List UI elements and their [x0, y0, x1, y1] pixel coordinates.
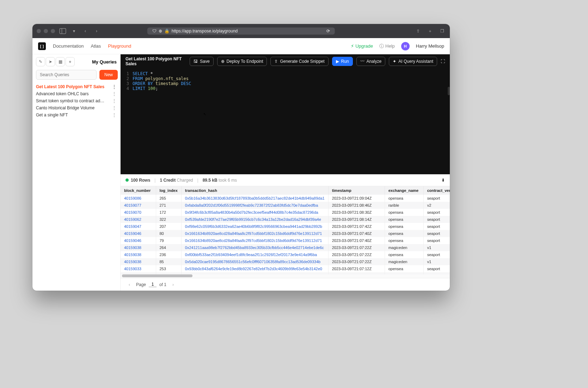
assistant-button[interactable]: ✦ AI Query Assistant [389, 57, 437, 66]
sidebar-tab-deploy[interactable]: ➤ [46, 57, 55, 66]
column-header[interactable]: timestamp [328, 186, 385, 195]
tabs-icon[interactable]: ❐ [439, 28, 446, 35]
more-icon[interactable]: ⋮ [110, 84, 118, 89]
table-row[interactable]: 40159046790x1661634b8920ae8cd28a84faa8c2… [121, 237, 450, 244]
cell-tx-hash[interactable]: 0xc6fe40296cf5d62daec809531be25bad36d5f5… [181, 272, 328, 274]
chevron-down-icon[interactable]: ▾ [71, 28, 78, 35]
cell-block-number[interactable]: 40159047 [121, 223, 156, 230]
sidebar-tab-compose[interactable]: ✎ [36, 57, 45, 66]
more-icon[interactable]: ⋮ [110, 91, 118, 96]
more-icon[interactable]: ⋮ [110, 105, 118, 110]
table-row[interactable]: 401590772710xfabda8a0f202d1f06d5519998f2… [121, 202, 450, 209]
sidebar-tab-grid[interactable]: ▦ [56, 57, 65, 66]
sidebar-item-query[interactable]: Advanced token OHLC bars⋮ [36, 90, 118, 97]
cell-tx-hash[interactable]: 0x5da020cae9195d8678656551c56efc0fff6071… [181, 258, 328, 265]
table-row[interactable]: 401590332530x93bb0c843af6264e9cfe19ed8b9… [121, 265, 450, 272]
pager-prev[interactable]: ‹ [125, 281, 133, 289]
cell-tx-hash[interactable]: 0xf98e62c059f6b3d6332ea62ae40b6b8f9f82c9… [181, 223, 328, 230]
nav-playground[interactable]: Playground [108, 43, 131, 49]
cell-block-number[interactable]: 40159033 [121, 265, 156, 272]
snippet-button[interactable]: ⇧ Generate Code Snippet [270, 57, 328, 66]
table-row[interactable]: 401590623220xf539afde2190f7e27ae29f65b99… [121, 216, 450, 223]
share-icon[interactable]: ⇪ [415, 28, 422, 35]
cell-block-number[interactable]: 40159062 [121, 216, 156, 223]
column-header[interactable]: contract_version [423, 186, 450, 195]
more-icon[interactable]: ⋮ [110, 98, 118, 103]
pager: ‹ Page of 1 › [121, 278, 450, 291]
pager-next[interactable]: › [169, 281, 177, 289]
sidebar-item-query[interactable]: Get Latest 100 Polygon NFT Sales⋮ [36, 83, 118, 90]
cell-tx-hash[interactable]: 0xf539afde2190f7e27ae29f65b99156cb7c6c34… [181, 216, 328, 223]
column-header[interactable]: transaction_hash [181, 186, 328, 195]
nav-atlas[interactable]: Atlas [91, 43, 101, 49]
table-row[interactable]: 40159038850x5da020cae9195d8678656551c56e… [121, 258, 450, 265]
column-header[interactable]: log_index [156, 186, 181, 195]
nav-documentation[interactable]: Documentation [53, 43, 84, 49]
back-icon[interactable]: ‹ [82, 28, 89, 35]
cell-tx-hash[interactable]: 0xfabda8a0f202d1f06d5519998f2feab9c72387… [181, 202, 328, 209]
cell-tx-hash[interactable]: 0x241211aaa98eb7f2762bbd45ba8933ec305b33… [181, 244, 328, 251]
sidebar-toggle-icon[interactable] [59, 28, 66, 35]
table-row[interactable]: 401590862650x5b16a34b3613830d63d5fcf1878… [121, 195, 450, 202]
cell-tx-hash[interactable]: 0x1661634b8920ae8cd28a84faa8c2f97cd5bbf1… [181, 237, 328, 244]
cell-block-number[interactable]: 40159038 [121, 258, 156, 265]
analyze-button[interactable]: 〰 Analyze [356, 57, 386, 66]
cell-tx-hash[interactable]: 0x1661634b8920ae8cd28a84faa8c2f97cd5bbf1… [181, 230, 328, 237]
table-row[interactable]: 40159046800x1661634b8920ae8cd28a84faa8c2… [121, 230, 450, 237]
deploy-button[interactable]: ⊕ Deploy To Endpoint [217, 57, 267, 66]
cell-block-number[interactable]: 40159038 [121, 251, 156, 258]
search-input[interactable] [36, 70, 97, 80]
sql-editor[interactable]: 1SELECT * 2FROM polygon.nft_sales 3ORDER… [121, 68, 450, 174]
new-query-button[interactable]: New [99, 70, 118, 80]
cell-block-number[interactable]: 40159046 [121, 230, 156, 237]
cell-tx-hash[interactable]: 0xf00bbf533ae2f1b934094eef1d8fc9eaa2f11c… [181, 251, 328, 258]
cell-tx-hash[interactable]: 0x93bb0c843af6264e9cfe19ed8b92267e82ebf7… [181, 265, 328, 272]
sidebar-item-query[interactable]: Smart token symbol to contract addr…⋮ [36, 97, 118, 104]
help-link[interactable]: ⓘ Help [379, 43, 395, 49]
cell-block-number[interactable]: 40159032 [121, 272, 156, 274]
sidebar-item-query[interactable]: Get a single NFT⋮ [36, 111, 118, 119]
brand-logo[interactable]: [ ] [38, 42, 46, 50]
column-header[interactable]: exchange_name [385, 186, 423, 195]
cell-block-number[interactable]: 40159077 [121, 202, 156, 209]
table-row[interactable]: 401590321920xc6fe40296cf5d62daec809531be… [121, 272, 450, 274]
cell-block-number[interactable]: 40159046 [121, 237, 156, 244]
cell-block-number[interactable]: 40159070 [121, 209, 156, 216]
cell-contract-version: v1 [423, 244, 450, 251]
minimize-icon[interactable] [44, 29, 48, 33]
horizontal-scrollbar[interactable] [121, 274, 450, 278]
download-button[interactable]: ⬇︎ [441, 178, 445, 183]
cell-timestamp: 2023-03-09T21:07:12Z [328, 265, 385, 272]
run-button[interactable]: ▶ Run [332, 57, 353, 66]
table-row[interactable]: 401590382640x241211aaa98eb7f2762bbd45ba8… [121, 244, 450, 251]
maximize-icon[interactable] [51, 29, 55, 33]
cell-log-index: 172 [156, 209, 181, 216]
sidebar-tab-code[interactable]: ⋄ [66, 57, 75, 66]
url-bar[interactable]: 🛡 ⊕ 🔒 https://app.transpose.io/playgroun… [147, 28, 335, 35]
cell-timestamp: 2023-03-09T21:08:14Z [328, 216, 385, 223]
cell-tx-hash[interactable]: 0x5b16a34b3613830d63d5fcf187893ba0b5ddd5… [181, 195, 328, 202]
cell-tx-hash[interactable]: 0x9f34fc6b3cf85a8a4830b4a50d7b2fec3ceef5… [181, 209, 328, 216]
close-icon[interactable] [37, 29, 41, 33]
user-name[interactable]: Harry Mellsop [416, 43, 444, 49]
scrollbar-handle[interactable] [448, 87, 450, 95]
save-button[interactable]: 🖫 Save [190, 57, 213, 66]
refresh-icon[interactable]: ⟳ [326, 29, 330, 34]
avatar[interactable]: H [401, 42, 410, 50]
pager-current-input[interactable] [149, 282, 157, 287]
column-header[interactable]: block_number [121, 186, 156, 195]
cell-exchange: opensea [385, 195, 423, 202]
upgrade-link[interactable]: ⚡︎ Upgrade [351, 43, 373, 49]
new-tab-icon[interactable]: ＋ [427, 28, 434, 35]
forward-icon[interactable]: › [93, 28, 100, 35]
table-row[interactable]: 401590472070xf98e62c059f6b3d6332ea62ae40… [121, 223, 450, 230]
table-row[interactable]: 401590701720x9f34fc6b3cf85a8a4830b4a50d7… [121, 209, 450, 216]
results-table-wrap[interactable]: block_numberlog_indextransaction_hashtim… [121, 186, 450, 274]
cell-block-number[interactable]: 40159086 [121, 195, 156, 202]
cell-block-number[interactable]: 40159038 [121, 244, 156, 251]
cell-log-index: 236 [156, 251, 181, 258]
more-icon[interactable]: ⋮ [110, 113, 118, 117]
expand-icon[interactable]: ⛶ [441, 59, 445, 64]
table-row[interactable]: 401590382360xf00bbf533ae2f1b934094eef1d8… [121, 251, 450, 258]
sidebar-item-query[interactable]: Canto Historical Bridge Volume⋮ [36, 104, 118, 111]
